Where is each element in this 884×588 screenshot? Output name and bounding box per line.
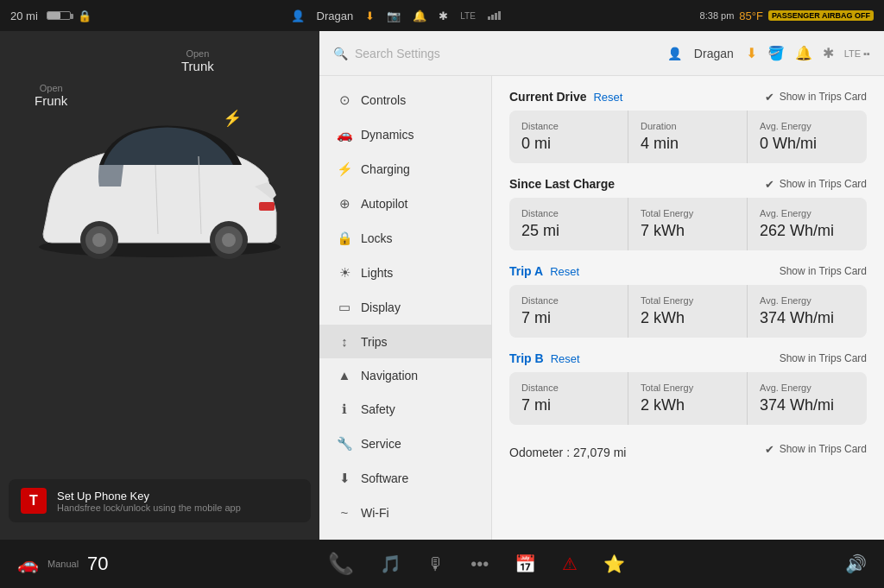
odometer-label: Odometer :	[509, 446, 570, 459]
trunk-label: Open Trunk	[181, 48, 214, 73]
current-drive-header: Current Drive Reset ✔ Show in Trips Card	[509, 90, 867, 104]
lock-icon: 🔒	[78, 9, 92, 22]
trip-b-reset[interactable]: Reset	[551, 352, 580, 365]
since-last-charge-title: Since Last Charge	[509, 177, 615, 191]
locks-icon: 🔒	[337, 231, 352, 246]
odometer-row: Odometer : 27,079 mi ✔ Show in Trips Car…	[509, 439, 867, 459]
odometer-check: ✔	[765, 443, 774, 456]
star-icon[interactable]: ⭐	[603, 553, 625, 574]
phone-key-banner[interactable]: T Set Up Phone Key Handsfree lock/unlock…	[9, 479, 311, 522]
sidebar-item-wifi[interactable]: ~ Wi-Fi	[319, 496, 491, 529]
topbar-user-icon: 👤	[667, 47, 682, 60]
trip-b-avg-energy: Avg. Energy 374 Wh/mi	[748, 372, 867, 425]
software-icon: ⬇	[337, 471, 352, 486]
media-icon[interactable]: 🎵	[380, 553, 401, 574]
topbar-bucket-icon: 🪣	[767, 45, 785, 61]
current-drive-reset[interactable]: Reset	[593, 91, 622, 104]
current-drive-trips-label: Show in Trips Card	[780, 91, 867, 103]
settings-topbar: 🔍 Search Settings 👤 Dragan ⬇ 🪣 🔔 ✱ LTE ▪…	[319, 31, 884, 76]
sidebar-item-trips[interactable]: ↕ Trips	[319, 325, 491, 358]
user-icon: 👤	[291, 9, 305, 22]
voice-icon[interactable]: 🎙	[427, 554, 445, 574]
trip-b-header: Trip B Reset Show in Trips Card	[509, 351, 867, 365]
sidebar-item-autopilot[interactable]: ⊕ Autopilot	[319, 187, 491, 221]
download-icon: ⬇	[365, 9, 375, 22]
locks-label: Locks	[361, 231, 393, 245]
taskbar: 🚗 Manual 70 📞 🎵 🎙 ••• 📅 ⚠ ⭐ 🔊	[0, 540, 884, 588]
sidebar-item-software[interactable]: ⬇ Software	[319, 461, 491, 496]
sidebar-item-lights[interactable]: ☀ Lights	[319, 256, 491, 290]
sidebar-item-safety[interactable]: ℹ Safety	[319, 392, 491, 427]
odometer-value: 27,079 mi	[573, 446, 626, 459]
phone-key-text: Set Up Phone Key Handsfree lock/unlock u…	[57, 490, 241, 513]
car-panel: Open Trunk Open Frunk ⚡	[0, 31, 319, 540]
trips-content: Current Drive Reset ✔ Show in Trips Card…	[492, 76, 884, 540]
since-charge-distance: Distance 25 mi	[509, 198, 628, 250]
current-drive-show-trips[interactable]: ✔ Show in Trips Card	[765, 91, 867, 104]
trip-b-show-trips[interactable]: Show in Trips Card	[780, 352, 867, 364]
sidebar-item-navigation[interactable]: ▲ Navigation	[319, 358, 491, 392]
calendar-icon[interactable]: 📅	[515, 553, 536, 574]
search-placeholder: Search Settings	[355, 47, 440, 60]
sidebar-item-service[interactable]: 🔧 Service	[319, 427, 491, 461]
dynamics-label: Dynamics	[361, 128, 414, 142]
settings-panel: 🔍 Search Settings 👤 Dragan ⬇ 🪣 🔔 ✱ LTE ▪…	[319, 31, 884, 540]
search-box[interactable]: 🔍 Search Settings	[333, 47, 440, 60]
trip-a-avg-energy: Avg. Energy 374 Wh/mi	[748, 285, 867, 338]
lights-label: Lights	[361, 266, 393, 280]
navigation-label: Navigation	[361, 369, 418, 383]
since-charge-avg-energy: Avg. Energy 262 Wh/mi	[748, 198, 867, 250]
trip-b-card: Distance 7 mi Total Energy 2 kWh Avg. En…	[509, 372, 867, 425]
speed-display: 70	[87, 553, 108, 575]
current-drive-avg-energy: Avg. Energy 0 Wh/mi	[748, 111, 867, 163]
phone-icon[interactable]: 📞	[328, 552, 354, 576]
current-drive-title: Current Drive	[509, 90, 586, 104]
odometer-show-trips[interactable]: ✔ Show in Trips Card	[765, 443, 867, 456]
taskbar-center: 📞 🎵 🎙 ••• 📅 ⚠ ⭐	[328, 552, 625, 576]
trip-a-header: Trip A Reset Show in Trips Card	[509, 264, 867, 278]
sidebar-menu: ⊙ Controls 🚗 Dynamics ⚡ Charging ⊕ Autop…	[319, 76, 492, 540]
svg-rect-7	[259, 202, 275, 211]
since-last-charge-show-trips[interactable]: ✔ Show in Trips Card	[765, 178, 867, 191]
autopilot-label: Autopilot	[361, 197, 407, 211]
range-display: 20 mi	[10, 9, 38, 22]
service-icon: 🔧	[337, 436, 352, 452]
sidebar-item-dynamics[interactable]: 🚗 Dynamics	[319, 117, 491, 152]
volume-icon[interactable]: 🔊	[845, 554, 867, 573]
battery-icon	[47, 11, 71, 20]
bell-icon: 🔔	[413, 9, 426, 22]
current-drive-check: ✔	[765, 91, 774, 104]
safety-label: Safety	[361, 402, 395, 416]
alert-icon[interactable]: ⚠	[562, 553, 578, 574]
trip-a-reset[interactable]: Reset	[550, 265, 579, 278]
car-status-icon[interactable]: 🚗	[17, 553, 39, 574]
sidebar-item-locks[interactable]: 🔒 Locks	[319, 221, 491, 256]
since-charge-trips-label: Show in Trips Card	[780, 178, 867, 190]
status-left: 20 mi 🔒	[10, 9, 92, 22]
topbar-icons: ⬇ 🪣 🔔 ✱ LTE ▪▪	[746, 45, 870, 61]
camera-icon: 📷	[387, 9, 401, 22]
time-display: 8:38 pm	[700, 10, 735, 21]
since-last-charge-card: Distance 25 mi Total Energy 7 kWh Avg. E…	[509, 198, 867, 250]
since-last-charge-header: Since Last Charge ✔ Show in Trips Card	[509, 177, 867, 191]
odometer-display: Odometer : 27,079 mi	[509, 446, 626, 459]
controls-label: Controls	[361, 93, 406, 107]
trip-a-distance: Distance 7 mi	[509, 285, 628, 338]
trips-icon: ↕	[337, 334, 352, 349]
trip-a-show-trips[interactable]: Show in Trips Card	[780, 265, 867, 277]
current-drive-card: Distance 0 mi Duration 4 min Avg. Energy…	[509, 111, 867, 163]
status-center: 👤 Dragan ⬇ 📷 🔔 ✱ LTE	[291, 9, 501, 22]
trip-b-title: Trip B	[509, 351, 544, 365]
software-label: Software	[361, 471, 408, 485]
trips-label: Trips	[361, 335, 388, 349]
taskbar-left: 🚗 Manual 70	[17, 553, 109, 575]
sidebar-item-controls[interactable]: ⊙ Controls	[319, 83, 491, 117]
charging-label: Charging	[361, 162, 410, 176]
svg-point-6	[222, 233, 236, 247]
more-icon[interactable]: •••	[470, 554, 489, 574]
topbar-lte-icon: LTE ▪▪	[844, 48, 870, 59]
sidebar-item-display[interactable]: ▭ Display	[319, 290, 491, 325]
signal-bars	[488, 11, 501, 20]
since-charge-total-energy: Total Energy 7 kWh	[628, 198, 748, 250]
sidebar-item-charging[interactable]: ⚡ Charging	[319, 152, 491, 187]
